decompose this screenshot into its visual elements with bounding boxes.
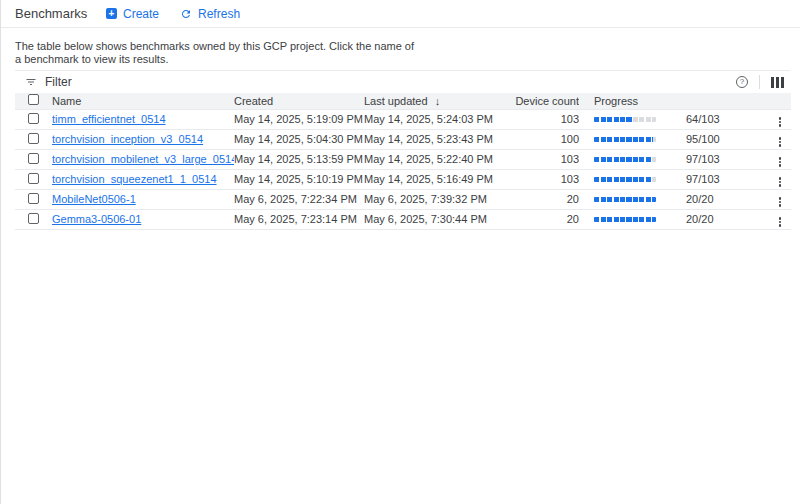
benchmarks-table: Name Created Last updated↓ Device count …	[15, 93, 791, 230]
col-header-progress[interactable]: Progress	[579, 93, 769, 109]
benchmark-name-link[interactable]: torchvision_inception_v3_0514	[52, 133, 203, 145]
row-checkbox[interactable]	[28, 153, 39, 164]
progress-bar	[594, 157, 656, 162]
device-count-cell: 103	[501, 109, 579, 129]
progress-fraction: 97/103	[686, 173, 720, 185]
progress-cell: 97/103	[579, 173, 769, 185]
benchmark-name-link[interactable]: torchvision_squeezenet1_1_0514	[52, 173, 217, 185]
benchmarks-page: Benchmarks + Create Refresh The table be…	[0, 0, 800, 504]
column-display-icon[interactable]	[771, 77, 784, 88]
filter-icon	[25, 76, 37, 88]
row-menu-icon[interactable]	[769, 175, 791, 189]
refresh-button-label: Refresh	[198, 7, 240, 21]
created-cell: May 14, 2025, 5:10:19 PM	[234, 169, 364, 189]
table-row: MobileNet0506-1 May 6, 2025, 7:22:34 PM …	[15, 189, 791, 209]
progress-cell: 20/20	[579, 213, 769, 225]
created-cell: May 14, 2025, 5:13:59 PM	[234, 149, 364, 169]
benchmark-name-link[interactable]: torchvision_mobilenet_v3_large_0514	[52, 153, 234, 165]
col-header-device-count[interactable]: Device count	[501, 93, 579, 109]
col-header-created[interactable]: Created	[234, 93, 364, 109]
plus-icon: +	[106, 8, 117, 19]
page-description: The table below shows benchmarks owned b…	[1, 28, 800, 66]
table-row: torchvision_mobilenet_v3_large_0514 May …	[15, 149, 791, 169]
progress-bar	[594, 177, 656, 182]
page-title: Benchmarks	[15, 6, 106, 21]
table-row: torchvision_inception_v3_0514 May 14, 20…	[15, 129, 791, 149]
progress-fraction: 95/100	[686, 133, 720, 145]
last-updated-cell: May 14, 2025, 5:22:40 PM	[364, 149, 501, 169]
create-button[interactable]: + Create	[106, 7, 159, 21]
refresh-button[interactable]: Refresh	[180, 7, 240, 21]
help-icon[interactable]: ?	[736, 76, 748, 88]
last-updated-cell: May 14, 2025, 5:23:43 PM	[364, 129, 501, 149]
created-cell: May 6, 2025, 7:22:34 PM	[234, 189, 364, 209]
row-menu-icon[interactable]	[769, 115, 791, 129]
progress-cell: 97/103	[579, 153, 769, 165]
row-menu-icon[interactable]	[769, 135, 791, 149]
table-row: timm_efficientnet_0514 May 14, 2025, 5:1…	[15, 109, 791, 129]
col-header-menu	[769, 93, 791, 109]
row-menu-icon[interactable]	[769, 155, 791, 169]
filter-button-label: Filter	[45, 75, 72, 89]
device-count-cell: 100	[501, 129, 579, 149]
last-updated-cell: May 6, 2025, 7:39:32 PM	[364, 189, 501, 209]
row-checkbox[interactable]	[28, 173, 39, 184]
row-menu-icon[interactable]	[769, 195, 791, 209]
progress-cell: 64/103	[579, 113, 769, 125]
created-cell: May 14, 2025, 5:04:30 PM	[234, 129, 364, 149]
progress-bar	[594, 197, 656, 202]
refresh-icon	[180, 8, 192, 20]
progress-cell: 20/20	[579, 193, 769, 205]
table-row: Gemma3-0506-01 May 6, 2025, 7:23:14 PM M…	[15, 209, 791, 229]
progress-bar	[594, 137, 656, 142]
create-button-label: Create	[123, 7, 159, 21]
description-line-1: The table below shows benchmarks owned b…	[15, 40, 786, 53]
sort-desc-icon[interactable]: ↓	[435, 95, 441, 107]
row-checkbox[interactable]	[28, 213, 39, 224]
toolbar-divider	[759, 75, 760, 89]
top-bar: Benchmarks + Create Refresh	[1, 0, 800, 28]
table-row: torchvision_squeezenet1_1_0514 May 14, 2…	[15, 169, 791, 189]
table-toolbar: Filter ?	[15, 71, 790, 93]
created-cell: May 6, 2025, 7:23:14 PM	[234, 209, 364, 229]
filter-button[interactable]: Filter	[25, 75, 72, 89]
benchmark-name-link[interactable]: Gemma3-0506-01	[52, 213, 141, 225]
benchmarks-table-card: Filter ? Name Created Last updated↓ Devi…	[15, 70, 790, 230]
toolbar-right-group: ?	[736, 75, 784, 89]
row-checkbox[interactable]	[28, 113, 39, 124]
benchmark-name-link[interactable]: MobileNet0506-1	[52, 193, 136, 205]
description-line-2: a benchmark to view its results.	[15, 53, 786, 66]
table-header-row: Name Created Last updated↓ Device count …	[15, 93, 791, 109]
last-updated-cell: May 6, 2025, 7:30:44 PM	[364, 209, 501, 229]
device-count-cell: 103	[501, 149, 579, 169]
progress-fraction: 97/103	[686, 153, 720, 165]
device-count-cell: 103	[501, 169, 579, 189]
last-updated-cell: May 14, 2025, 5:24:03 PM	[364, 109, 501, 129]
select-all-checkbox[interactable]	[28, 94, 39, 105]
progress-bar	[594, 217, 656, 222]
progress-fraction: 64/103	[686, 113, 720, 125]
col-header-name[interactable]: Name	[52, 93, 234, 109]
row-menu-icon[interactable]	[769, 215, 791, 229]
device-count-cell: 20	[501, 189, 579, 209]
progress-fraction: 20/20	[686, 213, 714, 225]
benchmark-name-link[interactable]: timm_efficientnet_0514	[52, 113, 166, 125]
progress-bar	[594, 117, 656, 122]
row-checkbox[interactable]	[28, 133, 39, 144]
col-header-last-updated[interactable]: Last updated↓	[364, 93, 501, 109]
progress-cell: 95/100	[579, 133, 769, 145]
row-checkbox[interactable]	[28, 193, 39, 204]
progress-fraction: 20/20	[686, 193, 714, 205]
last-updated-cell: May 14, 2025, 5:16:49 PM	[364, 169, 501, 189]
created-cell: May 14, 2025, 5:19:09 PM	[234, 109, 364, 129]
device-count-cell: 20	[501, 209, 579, 229]
